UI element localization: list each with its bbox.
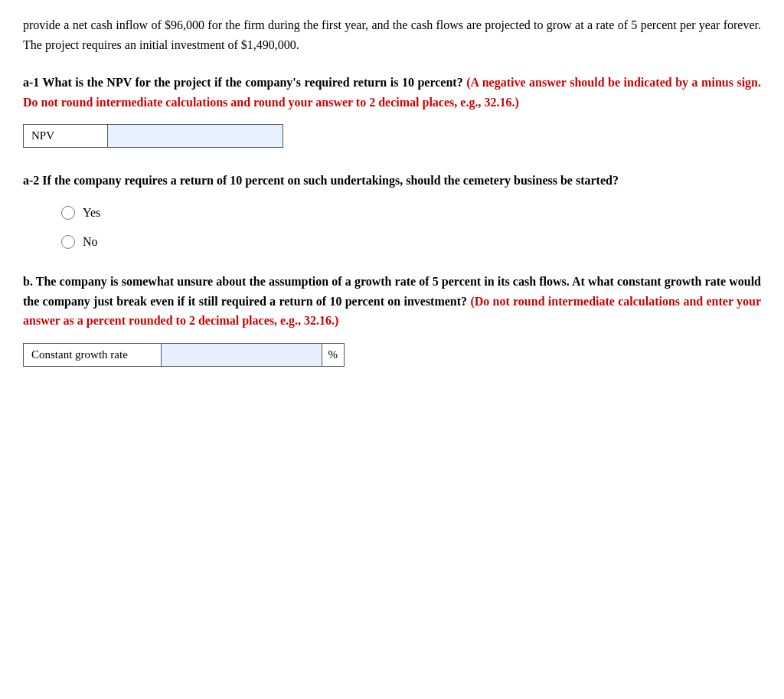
radio-no-input[interactable] xyxy=(61,235,75,249)
radio-yes-input[interactable] xyxy=(61,206,75,220)
npv-input[interactable] xyxy=(108,125,283,147)
radio-group: Yes No xyxy=(61,206,761,249)
intro-text: provide a net cash inflow of $96,000 for… xyxy=(23,15,761,54)
radio-yes-label: Yes xyxy=(83,206,100,220)
growth-input-row: Constant growth rate % xyxy=(23,343,345,367)
radio-yes[interactable]: Yes xyxy=(61,206,761,220)
question-b-label: b. The company is somewhat unsure about … xyxy=(23,272,761,331)
npv-input-row: NPV xyxy=(23,124,283,148)
question-a2-id: a-2 xyxy=(23,174,39,187)
question-a1-id: a-1 xyxy=(23,76,39,89)
question-a2-label: a-2 If the company requires a return of … xyxy=(23,171,761,191)
question-b-block: b. The company is somewhat unsure about … xyxy=(23,272,761,367)
question-a2-block: a-2 If the company requires a return of … xyxy=(23,171,761,249)
growth-rate-input[interactable] xyxy=(162,344,322,366)
question-a2-main: If the company requires a return of 10 p… xyxy=(42,174,619,187)
question-a1-block: a-1 What is the NPV for the project if t… xyxy=(23,73,761,148)
growth-label: Constant growth rate xyxy=(24,344,162,366)
percent-suffix: % xyxy=(322,344,345,366)
question-b-id: b. xyxy=(23,275,33,288)
npv-label: NPV xyxy=(24,125,108,147)
radio-no[interactable]: No xyxy=(61,235,761,249)
question-a1-main: What is the NPV for the project if the c… xyxy=(43,76,467,89)
question-a1-label: a-1 What is the NPV for the project if t… xyxy=(23,73,761,112)
radio-no-label: No xyxy=(83,235,98,249)
